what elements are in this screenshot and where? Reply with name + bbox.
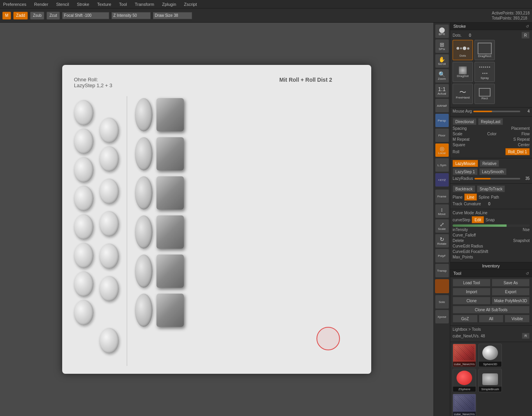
transp-button[interactable]: Transp [435, 264, 449, 278]
z-intensity-slider[interactable]: Z Intensity 50 [111, 12, 151, 19]
scale-button[interactable]: ⤢ Scale [435, 219, 449, 233]
canvas-content: Ohne Roll: LazyStep 1,2 + 3 Mit Roll + R… [62, 65, 371, 374]
menu-stencil[interactable]: Stencil [54, 1, 70, 7]
right-panels: Stroke ↺ Dots. 0 R [450, 23, 532, 416]
tool-thumb-sphere3d[interactable]: Sphere3D [478, 344, 502, 367]
stroke-dots-section: Dots. 0 R Dots [450, 30, 532, 108]
intensity-bar [453, 224, 530, 227]
replay-last-button[interactable]: ReplayLast [478, 118, 503, 125]
polyf-button[interactable]: PolyF [435, 249, 449, 263]
stroke-r-button[interactable]: R [521, 32, 530, 39]
zoom-button[interactable]: 🔍 Zoom [435, 69, 449, 83]
roll-dist-button[interactable]: Roll_Dist 1 [505, 148, 530, 155]
canvas-label-left: Ohne Roll: LazyStep 1,2 + 3 [74, 77, 112, 88]
brush-column-2 [99, 96, 119, 366]
lazymouse-section: LazyMouse Relative LazyStep 1 LazySmooth… [450, 158, 532, 184]
rotate-button[interactable]: ↻ Rotate [435, 234, 449, 248]
goz-button[interactable]: GoZ [453, 315, 478, 323]
brush-column-tall [135, 96, 153, 366]
tool-thumb-zsphere[interactable]: ZSphere [453, 369, 476, 392]
tool-thumb-cube-newuvs[interactable]: cube_NewUVs [453, 344, 476, 367]
stroke-freehand-btn[interactable]: 〜 FreeHand [453, 84, 473, 104]
active-points: ActivePoints: 393,218 [492, 11, 530, 15]
make-polymesh-button[interactable]: Make PolyMesh3D [492, 297, 530, 305]
aahalf-button[interactable]: AAHalf [435, 99, 449, 113]
main-area: Ohne Roll: LazyStep 1,2 + 3 Mit Roll + R… [0, 23, 532, 416]
menu-zplugin[interactable]: Zplugin [160, 1, 178, 7]
tool-r-button[interactable]: R [522, 333, 530, 339]
xyz-button[interactable]: +XYZ [435, 173, 449, 187]
clone-all-subtools-button[interactable]: Clone All SubTools [453, 306, 530, 314]
curve-mode-section: Curve Mode AsLine curveStep Edit Snap in… [450, 209, 532, 262]
lazy-step-1-button[interactable]: LazyStep 1 [453, 168, 478, 175]
canvas-bg[interactable]: Ohne Roll: LazyStep 1,2 + 3 Mit Roll + R… [0, 23, 433, 416]
draw-size-slider[interactable]: Draw Size 38 [153, 12, 192, 19]
menu-render[interactable]: Render [32, 1, 50, 7]
tool-thumb-simplebrush[interactable]: SimpleBrush [478, 369, 502, 392]
menu-stroke[interactable]: Stroke [75, 1, 91, 7]
frame-button[interactable]: Frame [435, 189, 449, 203]
circle-indicator [316, 327, 340, 350]
lazy-smooth-button[interactable]: LazySmooth [479, 168, 507, 175]
lsym-button[interactable]: L.Sym [435, 158, 449, 172]
zsub-button[interactable]: Zsub [30, 12, 44, 20]
line-button[interactable]: Line [464, 194, 477, 201]
focal-shift-slider[interactable]: Focal Shift -100 [62, 12, 109, 19]
menu-transform[interactable]: Transform [133, 1, 156, 7]
lightbox-section: Lightbox > Tools cube_NewUVs. 48 R [450, 326, 532, 342]
stroke-rect-btn[interactable]: Rect [474, 84, 495, 104]
viewport-area: Ohne Roll: LazyStep 1,2 + 3 Mit Roll + R… [0, 23, 433, 416]
zcut-button[interactable]: Zcut [47, 12, 59, 20]
tool-thumb-cube-newuvs2[interactable]: cube_NewUVs [453, 394, 476, 416]
m-button[interactable]: M [2, 12, 11, 20]
menu-texture[interactable]: Texture [95, 1, 113, 7]
tool-thumbnails-section: cube_NewUVs Sphere3D ZSphere [450, 342, 532, 416]
menu-preferences[interactable]: Preferences [2, 1, 28, 7]
stroke-dots-btn[interactable]: Dots [453, 40, 473, 60]
local-button[interactable]: ◎ Local [435, 143, 449, 157]
clone-button[interactable]: Clone [453, 297, 491, 305]
draw-size-group: Draw Size 38 [153, 12, 192, 19]
directional-button[interactable]: Directional [453, 118, 476, 125]
spix-button[interactable]: ⊞ SPix [435, 39, 449, 53]
relative-button[interactable]: Relative [480, 160, 499, 167]
menu-bar: Preferences Render Stencil Stroke Textur… [0, 0, 532, 9]
stroke-dragdot-btn[interactable]: DragDot [453, 62, 473, 82]
mouse-avg-slider[interactable] [473, 111, 520, 112]
lazy-radius-slider[interactable] [474, 178, 520, 179]
canvas-label-right: Mit Roll + Roll Dist 2 [279, 77, 332, 83]
move-button[interactable]: ↕ Move [435, 204, 449, 218]
inventory-label: Inventory [450, 262, 532, 270]
xpose-button[interactable]: Xpose [435, 310, 449, 324]
save-as-button[interactable]: Save As [492, 279, 530, 287]
focal-shift-group: Focal Shift -100 [62, 12, 109, 19]
scroll-button[interactable]: ✋ Scroll [435, 54, 449, 68]
bpr-button[interactable]: ⬤ BPR [435, 24, 449, 38]
menu-tool[interactable]: Tool [117, 1, 128, 7]
snap-to-track-button[interactable]: SnapToTrack [477, 185, 505, 192]
solo-button[interactable]: Solo [435, 295, 449, 309]
stroke-dragrect-btn[interactable]: DragRect [474, 40, 495, 60]
directional-section: Directional ReplayLast Spacing Placement… [450, 117, 532, 158]
import-button[interactable]: Import [453, 288, 491, 296]
stroke-panel-header[interactable]: Stroke ↺ [450, 23, 532, 30]
toolbar: M Zadd Zsub Zcut Focal Shift -100 Z Inte… [0, 9, 532, 23]
persp-button[interactable]: Persp [435, 113, 449, 127]
brush-column-textured [156, 96, 184, 366]
zadd-button[interactable]: Zadd [13, 12, 28, 20]
lazy-mouse-button[interactable]: LazyMouse [453, 160, 478, 167]
brush-column-1 [74, 96, 93, 366]
all-button[interactable]: All [479, 315, 504, 323]
stroke-spray-btn[interactable]: Spray [474, 62, 495, 82]
actual-button[interactable]: 1:1 Actual [435, 84, 449, 98]
visible-button[interactable]: Visible [505, 315, 530, 323]
tool-panel-header[interactable]: Tool ↺ [450, 270, 532, 277]
menu-zscript[interactable]: Zscript [182, 1, 198, 7]
export-button[interactable]: Export [492, 288, 530, 296]
backtrack-section: Backtrack SnapToTrack Plane Line Spline … [450, 184, 532, 209]
tool-panel: Tool ↺ Load Tool Save As Import Export C… [450, 270, 532, 416]
edit-button[interactable]: Edit [472, 216, 484, 223]
load-tool-button[interactable]: Load Tool [453, 279, 491, 287]
backtrack-button[interactable]: Backtrack [453, 185, 475, 192]
floor-button[interactable]: Floor [435, 128, 449, 142]
